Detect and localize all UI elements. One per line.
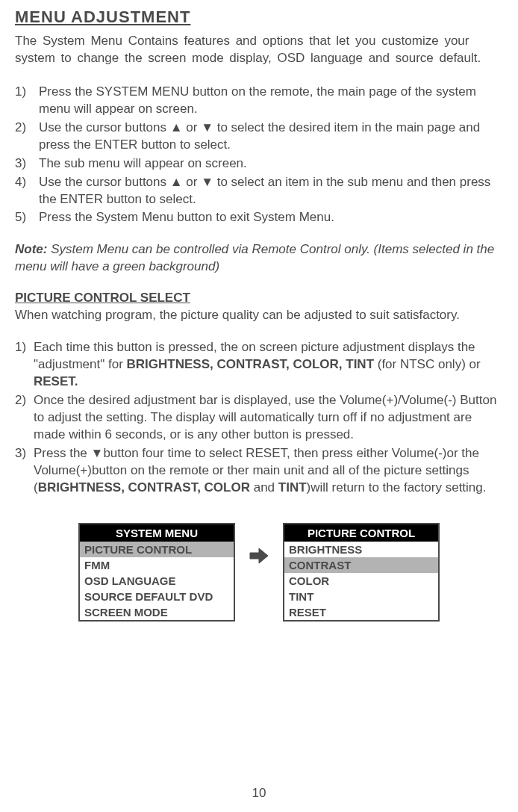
step-number: 1): [15, 84, 39, 118]
note-paragraph: Note: System Menu can be controlled via …: [15, 241, 503, 276]
menu-item-color: COLOR: [284, 573, 438, 589]
step-text: Press the SYSTEM MENU button on the remo…: [39, 84, 503, 118]
page-title: MENU ADJUSTMENT: [15, 7, 503, 27]
menu-diagram: SYSTEM MENU PICTURE CONTROL FMM OSD LANG…: [15, 523, 503, 622]
step-1: 1) Press the SYSTEM MENU button on the r…: [15, 84, 503, 118]
down-triangle-icon: ▼: [201, 120, 213, 134]
page-number: 10: [252, 786, 266, 801]
note-text: System Menu can be controlled via Remote…: [15, 242, 494, 273]
menu-header: PICTURE CONTROL: [284, 524, 438, 542]
subheading: PICTURE CONTROL SELECT: [15, 291, 503, 306]
menu-item-source-default: SOURCE DEFAULT DVD: [80, 589, 234, 604]
step2-1: 1) Each time this button is pressed, the…: [15, 339, 503, 391]
down-triangle-icon: ▼: [201, 175, 213, 189]
step-number: 4): [15, 174, 39, 208]
menu-item-tint: TINT: [284, 589, 438, 604]
down-triangle-icon: ▼: [91, 446, 104, 460]
menu-item-osd-language: OSD LANGUAGE: [80, 573, 234, 589]
step-text: Use the cursor buttons ▲ or ▼ to select …: [39, 120, 503, 154]
step-number: 2): [15, 392, 34, 444]
note-label: Note:: [15, 242, 47, 256]
step-number: 1): [15, 339, 34, 391]
step-4: 4) Use the cursor buttons ▲ or ▼ to sele…: [15, 174, 503, 208]
step-text: Once the desired adjustment bar is displ…: [34, 392, 503, 444]
up-triangle-icon: ▲: [170, 120, 183, 134]
menu-item-screen-mode: SCREEN MODE: [80, 604, 234, 620]
intro-paragraph: The System Menu Contains features and op…: [15, 33, 503, 67]
menu-item-picture-control: PICTURE CONTROL: [80, 542, 234, 557]
step-text: Use the cursor buttons ▲ or ▼ to select …: [39, 174, 503, 208]
steps-list-2: 1) Each time this button is pressed, the…: [15, 339, 503, 496]
step-5: 5) Press the System Menu button to exit …: [15, 209, 503, 226]
up-triangle-icon: ▲: [170, 175, 183, 189]
step2-3: 3) Press the ▼button four time to select…: [15, 445, 503, 497]
steps-list-1: 1) Press the SYSTEM MENU button on the r…: [15, 84, 503, 227]
arrow-right-icon: [249, 545, 269, 569]
menu-item-contrast: CONTRAST: [284, 557, 438, 573]
step-number: 3): [15, 155, 39, 173]
step-text: Press the System Menu button to exit Sys…: [39, 209, 503, 226]
step-number: 5): [15, 209, 39, 226]
system-menu-box: SYSTEM MENU PICTURE CONTROL FMM OSD LANG…: [78, 523, 235, 622]
step-text: Each time this button is pressed, the on…: [34, 339, 503, 391]
step-3: 3) The sub menu will appear on screen.: [15, 155, 503, 173]
menu-item-brightness: BRIGHTNESS: [284, 542, 438, 557]
menu-item-reset: RESET: [284, 604, 438, 620]
menu-header: SYSTEM MENU: [80, 524, 234, 542]
step-number: 3): [15, 445, 34, 497]
step-2: 2) Use the cursor buttons ▲ or ▼ to sele…: [15, 120, 503, 154]
step2-2: 2) Once the desired adjustment bar is di…: [15, 392, 503, 444]
picture-control-box: PICTURE CONTROL BRIGHTNESS CONTRAST COLO…: [283, 523, 440, 622]
menu-item-fmm: FMM: [80, 557, 234, 573]
step-text: Press the ▼button four time to select RE…: [34, 445, 503, 497]
step-text: The sub menu will appear on screen.: [39, 155, 503, 173]
sub-intro: When watching program, the picture quali…: [15, 307, 503, 324]
step-number: 2): [15, 120, 39, 154]
